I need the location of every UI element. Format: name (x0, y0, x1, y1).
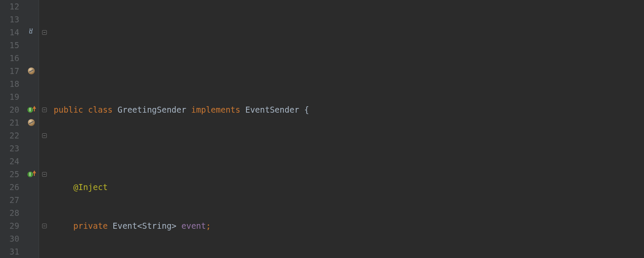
line-number: 12 (0, 0, 19, 13)
code-area[interactable]: public class GreetingSender implements E… (49, 0, 644, 258)
line-number: 14 (0, 26, 19, 39)
line-number: 31 (0, 245, 19, 258)
implements-up-icon[interactable]: I (27, 106, 35, 114)
line-number: 18 (0, 77, 19, 90)
code-editor[interactable]: 12 13 14 15 16 17 18 19 20 21 22 23 24 2… (0, 0, 644, 258)
line-number: 17 (0, 64, 19, 77)
line-number: 24 (0, 155, 19, 168)
fold-toggle-icon[interactable] (42, 133, 47, 138)
line-number: 15 (0, 39, 19, 52)
line-number: 30 (0, 232, 19, 245)
line-number: 23 (0, 142, 19, 155)
bean-icon[interactable] (28, 68, 35, 74)
code-line[interactable] (49, 26, 644, 39)
fold-toggle-icon[interactable] (42, 172, 47, 177)
line-number: 25 (0, 168, 19, 181)
code-line[interactable]: private Event<String> event; (49, 219, 644, 232)
plug-icon[interactable] (27, 28, 35, 36)
line-number: 27 (0, 194, 19, 206)
line-number: 13 (0, 13, 19, 26)
line-number: 16 (0, 52, 19, 64)
line-number-gutter: 12 13 14 15 16 17 18 19 20 21 22 23 24 2… (0, 0, 24, 258)
fold-toggle-icon[interactable] (42, 108, 47, 112)
implements-up-icon[interactable]: I (27, 170, 35, 178)
bean-icon[interactable] (28, 119, 35, 126)
gutter-icons: I I (24, 0, 39, 258)
fold-toggle-icon[interactable] (42, 224, 47, 228)
fold-toggle-icon[interactable] (42, 30, 47, 35)
line-number: 20 (0, 103, 19, 116)
fold-gutter (39, 0, 49, 258)
line-number: 26 (0, 181, 19, 194)
line-number: 29 (0, 219, 19, 232)
code-line[interactable] (49, 142, 644, 155)
line-number: 28 (0, 206, 19, 219)
code-line[interactable] (49, 64, 644, 77)
code-line[interactable]: @Inject (49, 181, 644, 194)
code-line[interactable]: public class GreetingSender implements E… (49, 103, 644, 116)
line-number: 21 (0, 116, 19, 129)
line-number: 19 (0, 90, 19, 103)
line-number: 22 (0, 129, 19, 142)
